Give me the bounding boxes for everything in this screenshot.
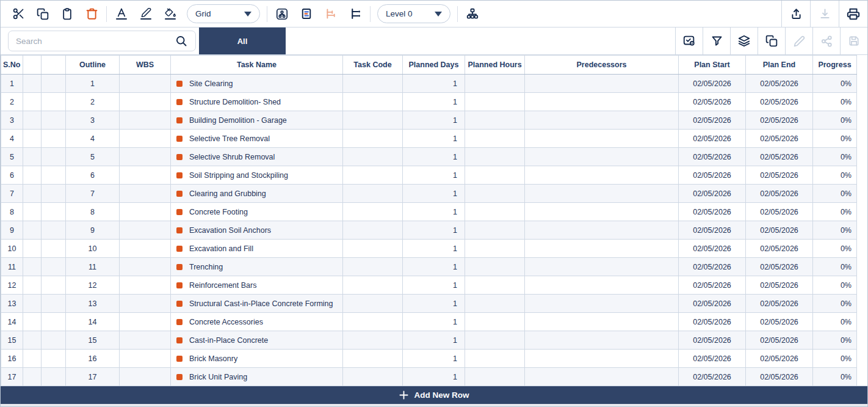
- cell-plan-end[interactable]: 02/05/2026: [746, 75, 813, 93]
- column-header-progress[interactable]: Progress: [813, 56, 857, 75]
- hierarchy-icon[interactable]: [465, 6, 480, 22]
- cell-progress[interactable]: 0%: [813, 295, 857, 313]
- cell-planned-days[interactable]: 1: [403, 111, 465, 130]
- cell-planned-hours[interactable]: [465, 148, 525, 166]
- cell-planned-hours[interactable]: [465, 203, 525, 221]
- cell-task-name[interactable]: Excavation and Fill: [171, 240, 343, 258]
- cell-plan-start[interactable]: 02/05/2026: [679, 258, 746, 276]
- cell-task-code[interactable]: [343, 258, 403, 276]
- layers-button[interactable]: [730, 28, 758, 54]
- cell-indicator-1[interactable]: [23, 350, 42, 368]
- cell-planned-days[interactable]: 1: [403, 93, 465, 111]
- cell-indicator-1[interactable]: [23, 295, 42, 313]
- share-button[interactable]: [812, 28, 840, 54]
- cell-sno[interactable]: 8: [1, 203, 23, 221]
- save-button[interactable]: [840, 28, 867, 54]
- cell-plan-start[interactable]: 02/05/2026: [679, 130, 746, 148]
- cell-task-name[interactable]: Brick Unit Paving: [171, 368, 343, 386]
- cell-sno[interactable]: 17: [1, 368, 23, 386]
- cell-indicator-1[interactable]: [23, 313, 42, 331]
- column-header-planned-hours[interactable]: Planned Hours: [465, 56, 525, 75]
- cell-predecessors[interactable]: [525, 276, 679, 295]
- cell-planned-hours[interactable]: [465, 350, 525, 368]
- cell-plan-start[interactable]: 02/05/2026: [679, 221, 746, 240]
- cell-predecessors[interactable]: [525, 350, 679, 368]
- cell-wbs[interactable]: [120, 111, 171, 130]
- copy-icon[interactable]: [35, 6, 51, 22]
- cell-plan-start[interactable]: 02/05/2026: [679, 350, 746, 368]
- cell-task-code[interactable]: [343, 221, 403, 240]
- cell-predecessors[interactable]: [525, 295, 679, 313]
- column-header-task-code[interactable]: Task Code: [343, 56, 403, 75]
- cell-task-code[interactable]: [343, 276, 403, 295]
- cell-predecessors[interactable]: [525, 185, 679, 203]
- cell-plan-end[interactable]: 02/05/2026: [746, 221, 813, 240]
- cell-indicator-2[interactable]: [42, 276, 66, 295]
- cell-sno[interactable]: 15: [1, 331, 23, 350]
- cell-planned-days[interactable]: 1: [403, 258, 465, 276]
- cell-progress[interactable]: 0%: [813, 313, 857, 331]
- cell-predecessors[interactable]: [525, 75, 679, 93]
- cell-indicator-1[interactable]: [23, 240, 42, 258]
- cell-progress[interactable]: 0%: [813, 148, 857, 166]
- cell-sno[interactable]: 10: [1, 240, 23, 258]
- cell-planned-days[interactable]: 1: [403, 276, 465, 295]
- column-header-wbs[interactable]: WBS: [120, 56, 171, 75]
- cell-predecessors[interactable]: [525, 148, 679, 166]
- cell-outline[interactable]: 1: [66, 75, 120, 93]
- level-dropdown[interactable]: Level 0: [377, 4, 450, 23]
- cell-indicator-1[interactable]: [23, 75, 42, 93]
- cell-planned-days[interactable]: 1: [403, 166, 465, 185]
- cell-planned-hours[interactable]: [465, 130, 525, 148]
- cell-sno[interactable]: 12: [1, 276, 23, 295]
- cell-task-code[interactable]: [343, 130, 403, 148]
- cell-wbs[interactable]: [120, 240, 171, 258]
- cell-indicator-1[interactable]: [23, 368, 42, 386]
- cell-progress[interactable]: 0%: [813, 258, 857, 276]
- cell-plan-end[interactable]: 02/05/2026: [746, 148, 813, 166]
- cell-outline[interactable]: 8: [66, 203, 120, 221]
- resource-view-icon[interactable]: [274, 6, 290, 22]
- cell-task-code[interactable]: [343, 93, 403, 111]
- cell-predecessors[interactable]: [525, 221, 679, 240]
- cell-planned-days[interactable]: 1: [403, 350, 465, 368]
- search-input[interactable]: [16, 37, 173, 46]
- cell-plan-end[interactable]: 02/05/2026: [746, 276, 813, 295]
- filter-button[interactable]: [703, 28, 730, 54]
- cell-indicator-1[interactable]: [23, 221, 42, 240]
- cell-planned-days[interactable]: 1: [403, 331, 465, 350]
- cell-planned-hours[interactable]: [465, 313, 525, 331]
- cell-wbs[interactable]: [120, 75, 171, 93]
- column-header-indicator-1[interactable]: [23, 56, 42, 75]
- cell-indicator-1[interactable]: [23, 203, 42, 221]
- cell-progress[interactable]: 0%: [813, 276, 857, 295]
- cell-wbs[interactable]: [120, 258, 171, 276]
- cell-planned-days[interactable]: 1: [403, 313, 465, 331]
- column-header-sno[interactable]: S.No: [1, 56, 23, 75]
- select-tasks-button[interactable]: [675, 28, 703, 54]
- cell-indicator-2[interactable]: [42, 93, 66, 111]
- cell-outline[interactable]: 6: [66, 166, 120, 185]
- cell-sno[interactable]: 11: [1, 258, 23, 276]
- cell-indicator-2[interactable]: [42, 258, 66, 276]
- cell-wbs[interactable]: [120, 93, 171, 111]
- cell-plan-start[interactable]: 02/05/2026: [679, 111, 746, 130]
- cell-indicator-2[interactable]: [42, 185, 66, 203]
- cell-planned-hours[interactable]: [465, 258, 525, 276]
- cell-outline[interactable]: 15: [66, 331, 120, 350]
- cell-predecessors[interactable]: [525, 166, 679, 185]
- cell-wbs[interactable]: [120, 331, 171, 350]
- cell-task-name[interactable]: Concrete Accessories: [171, 313, 343, 331]
- cell-planned-hours[interactable]: [465, 368, 525, 386]
- cell-outline[interactable]: 14: [66, 313, 120, 331]
- print-button[interactable]: [839, 1, 867, 28]
- cell-task-name[interactable]: Site Clearing: [171, 75, 343, 93]
- cell-planned-days[interactable]: 1: [403, 148, 465, 166]
- cell-plan-start[interactable]: 02/05/2026: [679, 166, 746, 185]
- cell-sno[interactable]: 3: [1, 111, 23, 130]
- cell-indicator-2[interactable]: [42, 240, 66, 258]
- cell-sno[interactable]: 9: [1, 221, 23, 240]
- cell-sno[interactable]: 13: [1, 295, 23, 313]
- cell-predecessors[interactable]: [525, 313, 679, 331]
- cell-wbs[interactable]: [120, 350, 171, 368]
